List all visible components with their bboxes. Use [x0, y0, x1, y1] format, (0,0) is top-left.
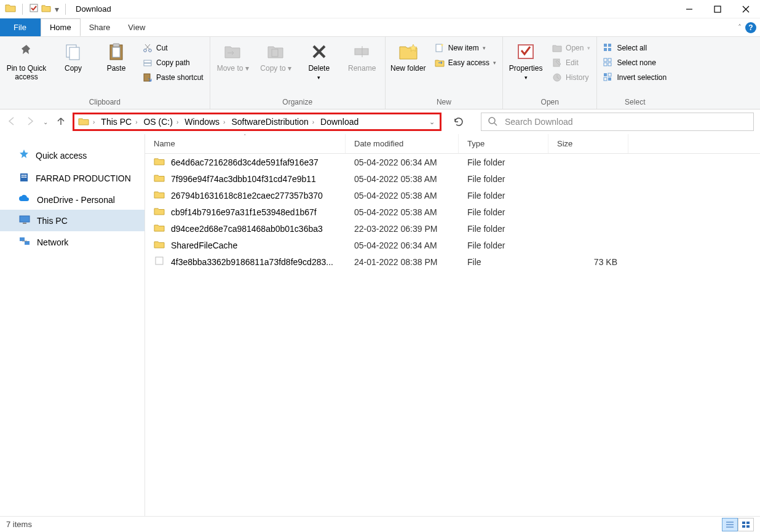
properties-button[interactable]: Properties▾ [507, 39, 545, 82]
back-button[interactable] [6, 116, 17, 129]
svg-rect-34 [604, 73, 607, 76]
svg-line-12 [146, 44, 150, 49]
move-to-button[interactable]: Move to ▾ [214, 39, 252, 73]
svg-rect-27 [608, 44, 611, 47]
close-button[interactable] [732, 0, 760, 18]
pin-to-quick-access-button[interactable]: Pin to Quick access [4, 39, 49, 81]
file-row[interactable]: 6e4d6ac7216286d3c4de591faf916e3705-04-20… [145, 154, 760, 170]
ribbon: Pin to Quick access Copy Paste Cut Copy … [0, 37, 760, 109]
copy-button[interactable]: Copy [54, 39, 92, 73]
paste-button[interactable]: Paste [97, 39, 135, 73]
crumb-this-pc[interactable]: This PC [101, 117, 132, 127]
rename-button[interactable]: Rename [343, 39, 381, 73]
edit-button[interactable]: Edit [550, 57, 593, 69]
file-row[interactable]: 26794b1631618c81e2caec277357b37005-04-20… [145, 187, 760, 204]
sidebar-item-farrad[interactable]: FARRAD PRODUCTION [0, 167, 144, 189]
address-bar[interactable]: ›This PC ›OS (C:) ›Windows ›SoftwareDist… [73, 113, 441, 131]
search-box[interactable] [481, 113, 754, 131]
copy-to-button[interactable]: Copy to ▾ [257, 39, 295, 73]
search-input[interactable] [505, 117, 747, 127]
crumb-softdist[interactable]: SoftwareDistribution [231, 117, 308, 127]
svg-rect-20 [355, 49, 368, 55]
file-row[interactable]: 4f3e8bba3362b9186811a73fd8fe9cd283...24-… [145, 253, 760, 270]
building-icon [18, 172, 30, 185]
svg-rect-33 [608, 63, 611, 66]
column-name[interactable]: ˄Name [145, 134, 346, 153]
cut-label: Cut [156, 44, 168, 52]
select-all-button[interactable]: Select all [601, 42, 669, 54]
copy-path-button[interactable]: Copy path [140, 57, 206, 69]
sidebar-this-pc-label: This PC [37, 216, 68, 226]
copy-path-label: Copy path [156, 58, 190, 67]
sidebar-item-onedrive[interactable]: OneDrive - Personal [0, 189, 144, 210]
sidebar-item-quick-access[interactable]: Quick access [0, 144, 144, 167]
qat-dropdown-icon[interactable]: ▾ [53, 4, 59, 14]
forward-button[interactable] [25, 116, 36, 129]
address-dropdown-icon[interactable]: ⌄ [429, 118, 435, 126]
network-icon [18, 236, 31, 248]
maximize-button[interactable] [703, 0, 732, 18]
large-icons-view-button[interactable] [738, 518, 754, 531]
collapse-ribbon-icon[interactable]: ˄ [738, 23, 742, 32]
file-type: File folder [459, 207, 548, 217]
column-date[interactable]: Date modified [346, 134, 459, 153]
crumb-windows[interactable]: Windows [184, 117, 220, 127]
svg-rect-56 [742, 522, 745, 524]
svg-rect-14 [144, 60, 151, 63]
new-folder-label: New folder [390, 64, 426, 73]
new-folder-button[interactable]: New folder [389, 39, 427, 73]
folder-icon [5, 3, 16, 15]
checkbox-icon[interactable] [29, 3, 39, 15]
sidebar-quick-access-label: Quick access [36, 151, 87, 161]
file-type: File [459, 257, 548, 267]
tab-share[interactable]: Share [81, 18, 120, 36]
easy-access-icon [435, 58, 445, 68]
paste-label: Paste [107, 64, 126, 73]
file-row[interactable]: d94cee2d68e7ca981468ab0b01c36ba322-03-20… [145, 220, 760, 237]
file-date: 05-04-2022 05:38 AM [346, 191, 459, 200]
file-row[interactable]: cb9f14b7916e97a31f1e53948ed1b67f05-04-20… [145, 204, 760, 220]
title-bar: ▾ Download [0, 0, 760, 18]
cut-button[interactable]: Cut [140, 42, 206, 54]
sidebar-item-this-pc[interactable]: This PC [0, 210, 144, 231]
crumb-os-c[interactable]: OS (C:) [143, 117, 172, 127]
quick-access-toolbar: ▾ [5, 3, 69, 15]
invert-selection-button[interactable]: Invert selection [601, 71, 669, 84]
help-icon[interactable]: ? [745, 22, 756, 33]
cloud-icon [18, 194, 31, 205]
up-button[interactable] [55, 116, 66, 129]
tab-file[interactable]: File [0, 18, 41, 36]
refresh-button[interactable] [450, 113, 467, 130]
svg-point-38 [489, 117, 495, 124]
folder-icon [154, 190, 165, 200]
paste-shortcut-label: Paste shortcut [156, 73, 204, 82]
easy-access-button[interactable]: Easy access ▾ [432, 57, 499, 69]
minimize-button[interactable] [675, 0, 703, 18]
svg-rect-31 [608, 58, 611, 62]
select-none-button[interactable]: Select none [601, 57, 669, 69]
tab-home[interactable]: Home [41, 18, 81, 36]
column-size[interactable]: Size [548, 134, 628, 153]
file-row[interactable]: 7f996e94f74ac3dbb104f31cd47e9b1105-04-20… [145, 170, 760, 187]
paste-shortcut-button[interactable]: Paste shortcut [140, 71, 206, 84]
file-name: 7f996e94f74ac3dbb104f31cd47e9b11 [171, 174, 316, 184]
file-date: 05-04-2022 06:34 AM [346, 240, 459, 250]
new-item-button[interactable]: New item ▾ [432, 42, 499, 54]
history-button[interactable]: History [550, 71, 593, 84]
file-date: 05-04-2022 05:38 AM [346, 174, 459, 184]
column-type[interactable]: Type [459, 134, 548, 153]
delete-button[interactable]: Delete▾ [300, 39, 338, 82]
window-title: Download [76, 4, 111, 14]
open-button[interactable]: Open ▾ [550, 42, 593, 54]
crumb-download[interactable]: Download [320, 117, 358, 127]
invert-selection-label: Invert selection [617, 73, 667, 82]
tab-view[interactable]: View [119, 18, 154, 36]
file-row[interactable]: SharedFileCache05-04-2022 06:34 AMFile f… [145, 237, 760, 253]
details-view-button[interactable] [722, 518, 738, 531]
properties-label: Properties [509, 64, 543, 73]
column-headers: ˄Name Date modified Type Size [145, 134, 760, 154]
svg-rect-43 [25, 175, 26, 176]
recent-locations-button[interactable]: ⌄ [43, 119, 48, 125]
group-open-label: Open [507, 97, 593, 108]
sidebar-item-network[interactable]: Network [0, 231, 144, 253]
